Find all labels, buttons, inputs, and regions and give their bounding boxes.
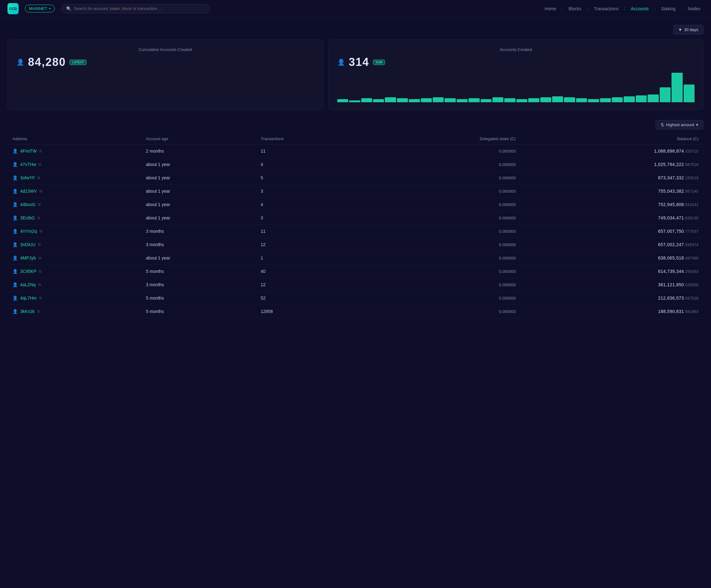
chart-bar xyxy=(648,94,659,102)
address-link[interactable]: 3kKn2k xyxy=(20,309,35,314)
filter-label: 30 days xyxy=(684,27,698,32)
tx-cell: 1 xyxy=(256,252,367,265)
nav-accounts[interactable]: Accounts xyxy=(628,4,652,13)
address-cell: 👤 3EctbG ⧉ xyxy=(7,211,141,225)
age-cell: 5 months xyxy=(141,265,256,278)
table-row: 👤 4FmiTW ⧉ 2 months 11 0.000000 1,088,89… xyxy=(7,145,704,158)
address-link[interactable]: 3nDiUU xyxy=(20,242,36,247)
chart-bar xyxy=(409,99,420,102)
copy-icon[interactable]: ⧉ xyxy=(39,256,41,260)
copy-icon[interactable]: ⧉ xyxy=(38,283,41,287)
tx-cell: 3 xyxy=(256,211,367,225)
balance-decimal: .497060 xyxy=(684,256,698,260)
age-cell: about 1 year xyxy=(141,184,256,198)
search-bar[interactable]: 🔍 xyxy=(61,4,210,13)
balance-decimal: .159519 xyxy=(684,176,698,180)
navbar: CCD MAINNET ▾ 🔍 Home | Blocks | Transact… xyxy=(0,0,711,17)
sort-button[interactable]: ⇅ Highest amount ▾ xyxy=(655,120,704,130)
copy-icon[interactable]: ⧉ xyxy=(39,296,42,300)
address-link[interactable]: 3C95KP xyxy=(20,269,36,274)
address-link[interactable]: 4MPJyb xyxy=(20,256,36,260)
cumulative-label: Cumulative Accounts Created xyxy=(17,47,314,52)
chart-bar xyxy=(624,96,634,102)
copy-icon[interactable]: ⧉ xyxy=(38,242,41,247)
chart-bar xyxy=(600,98,611,102)
copy-icon[interactable]: ⧉ xyxy=(39,149,42,153)
person-icon: 👤 xyxy=(13,269,18,274)
chart-bar xyxy=(504,98,515,102)
balance-cell: 361,121,850.528856 xyxy=(521,278,704,291)
address-link[interactable]: 47xTHw xyxy=(20,162,36,167)
person-icon: 👤 xyxy=(13,215,18,220)
nav-transactions[interactable]: Transactions xyxy=(591,4,622,13)
balance-decimal: .643431 xyxy=(684,203,698,207)
stake-cell: 0.000000 xyxy=(367,145,521,158)
copy-icon[interactable]: ⧉ xyxy=(39,269,42,274)
copy-icon[interactable]: ⧉ xyxy=(37,176,40,180)
address-link[interactable]: 4qL7Hm xyxy=(20,296,37,301)
table-header: Address Account age Transactions Delegat… xyxy=(7,133,704,145)
address-link[interactable]: 4aLZNq xyxy=(20,282,36,287)
table-row: 👤 3nDiUU ⧉ 3 months 12 0.000000 657,002,… xyxy=(7,238,704,252)
age-cell: 3 months xyxy=(141,278,256,291)
balance-cell: 1,025,794,222.987516 xyxy=(521,158,704,171)
nav-blocks[interactable]: Blocks xyxy=(565,4,584,13)
address-link[interactable]: 4d13WV xyxy=(20,189,37,194)
address-link[interactable]: 3EctbG xyxy=(20,215,35,220)
table-row: 👤 44bxoG ⧉ about 1 year 4 0.000000 752,9… xyxy=(7,198,704,211)
person-icon: 👤 xyxy=(13,282,18,287)
address-link[interactable]: 4FmiTW xyxy=(20,149,37,154)
address-link[interactable]: 4VYm2q xyxy=(20,229,37,234)
copy-icon[interactable]: ⧉ xyxy=(38,202,41,207)
network-selector[interactable]: MAINNET ▾ xyxy=(25,5,55,13)
accounts-created-card: Accounts Created 👤 314 SUM xyxy=(328,40,704,110)
chart-bar xyxy=(552,96,563,102)
chart-bar xyxy=(349,101,360,102)
copy-icon[interactable]: ⧉ xyxy=(37,309,40,313)
chart-bar xyxy=(588,99,599,102)
nav-home[interactable]: Home xyxy=(542,4,559,13)
chart-bar xyxy=(373,99,384,102)
tx-cell: 4 xyxy=(256,158,367,171)
chart-bar xyxy=(660,87,671,102)
address-cell: 👤 4aLZNq ⧉ xyxy=(7,278,141,291)
stake-cell: 0.000000 xyxy=(367,252,521,265)
tx-cell: 4 xyxy=(256,198,367,211)
chart-bar xyxy=(481,99,492,102)
copy-icon[interactable]: ⧉ xyxy=(39,162,41,167)
balance-cell: 188,590,831.681983 xyxy=(521,305,704,318)
address-cell: 👤 4FmiTW ⧉ xyxy=(7,145,141,158)
copy-icon[interactable]: ⧉ xyxy=(37,216,40,220)
stake-cell: 0.000000 xyxy=(367,198,521,211)
tx-cell: 11 xyxy=(256,145,367,158)
balance-cell: 749,034,471.635135 xyxy=(521,211,704,225)
search-input[interactable] xyxy=(74,6,205,11)
address-link[interactable]: 3ofwYF xyxy=(20,175,35,180)
days-filter-button[interactable]: ▼ 30 days xyxy=(673,25,704,35)
age-cell: about 1 year xyxy=(141,198,256,211)
copy-icon[interactable]: ⧉ xyxy=(40,189,42,193)
stake-cell: 0.000000 xyxy=(367,184,521,198)
copy-icon[interactable]: ⧉ xyxy=(40,229,42,233)
chart-bar xyxy=(492,97,503,102)
address-link[interactable]: 44bxoG xyxy=(20,202,36,207)
person-icon: 👤 xyxy=(13,202,18,207)
person-icon: 👤 xyxy=(13,296,18,301)
logo: CCD xyxy=(7,3,19,14)
balance-cell: 657,002,247.595974 xyxy=(521,238,704,252)
chart-bar xyxy=(528,98,539,102)
table-row: 👤 4VYm2q ⧉ 3 months 11 0.000000 657,007,… xyxy=(7,225,704,238)
account-icon: 👤 xyxy=(17,59,24,66)
search-icon: 🔍 xyxy=(66,6,71,11)
chart-bar xyxy=(361,98,372,102)
nav-staking[interactable]: Staking xyxy=(658,4,679,13)
balance-decimal: .528856 xyxy=(684,283,698,287)
balance-cell: 657,007,750.777837 xyxy=(521,225,704,238)
chart-bar xyxy=(684,85,694,102)
cumulative-badge: LATEST xyxy=(70,60,86,65)
chevron-down-icon: ▾ xyxy=(49,7,51,10)
nav-nodes[interactable]: Nodes xyxy=(685,4,704,13)
person-icon: 👤 xyxy=(13,229,18,234)
address-cell: 👤 47xTHw ⧉ xyxy=(7,158,141,171)
balance-decimal: .777837 xyxy=(684,230,698,234)
